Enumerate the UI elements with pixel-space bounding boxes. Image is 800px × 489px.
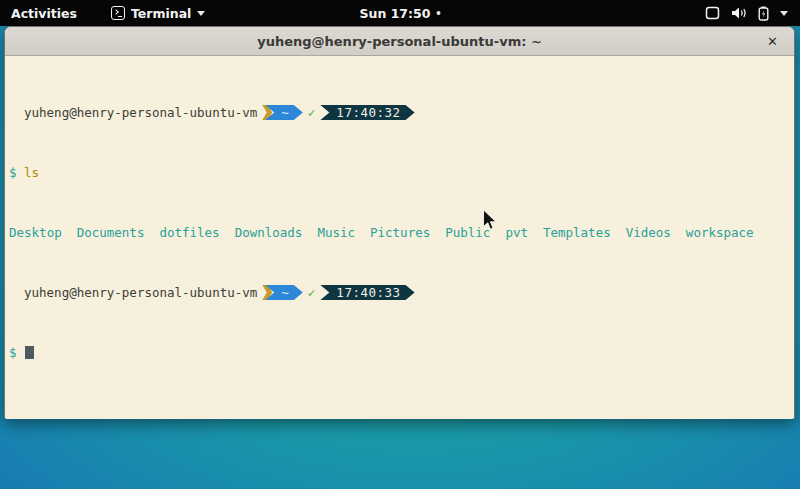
terminal-cursor: [25, 346, 34, 359]
command-line: $ ls: [9, 165, 794, 180]
volume-icon: [731, 6, 747, 20]
status-check-icon: ✓: [308, 105, 316, 120]
prompt-line: yuheng@henry-personal-ubuntu-vm ~ ✓ 17:4…: [9, 285, 794, 300]
battery-charging-icon: [758, 6, 769, 21]
current-input-line: $: [9, 345, 794, 360]
close-icon[interactable]: ✕: [763, 27, 782, 55]
chevron-down-icon: [780, 11, 788, 16]
directory-name: Downloads: [235, 225, 303, 240]
terminal-window: yuheng@henry-personal-ubuntu-vm: ~ ✕ yuh…: [4, 26, 795, 419]
activities-button[interactable]: Activities: [0, 0, 87, 26]
directory-name: Videos: [626, 225, 671, 240]
clock-button[interactable]: Sun 17:50: [360, 0, 441, 26]
system-status-menu[interactable]: [699, 0, 794, 26]
terminal-app-icon: [111, 6, 125, 20]
directory-name: pvt: [505, 225, 528, 240]
top-bar: Activities Terminal Sun 17:50: [0, 0, 800, 26]
directory-name: Music: [317, 225, 355, 240]
app-menu-terminal[interactable]: Terminal: [101, 0, 215, 26]
prompt-user-host: yuheng@henry-personal-ubuntu-vm: [24, 285, 257, 300]
prompt-line: yuheng@henry-personal-ubuntu-vm ~ ✓ 17:4…: [9, 105, 794, 120]
window-titlebar[interactable]: yuheng@henry-personal-ubuntu-vm: ~ ✕: [5, 27, 794, 56]
clock-label: Sun 17:50: [360, 6, 431, 21]
directory-name: workspace: [686, 225, 754, 240]
window-title: yuheng@henry-personal-ubuntu-vm: ~: [257, 34, 542, 49]
directory-name: dotfiles: [159, 225, 219, 240]
activities-label: Activities: [11, 6, 77, 21]
prompt-symbol: $: [9, 165, 17, 180]
app-menu-label: Terminal: [131, 6, 191, 21]
directory-name: Desktop: [9, 225, 62, 240]
directory-name: Templates: [543, 225, 611, 240]
powerline-time-segment: 17:40:33: [320, 285, 414, 300]
terminal-content[interactable]: yuheng@henry-personal-ubuntu-vm ~ ✓ 17:4…: [5, 56, 794, 419]
typed-command: ls: [24, 165, 39, 180]
ls-output-line: DesktopDocumentsdotfilesDownloadsMusicPi…: [9, 225, 794, 240]
status-check-icon: ✓: [308, 285, 316, 300]
chevron-down-icon: [197, 11, 205, 16]
prompt-symbol: $: [9, 345, 17, 360]
directory-name: Documents: [77, 225, 145, 240]
display-icon: [705, 6, 720, 20]
directory-name: Pictures: [370, 225, 430, 240]
directory-name: Public: [445, 225, 490, 240]
powerline-time-segment: 17:40:32: [320, 105, 414, 120]
prompt-user-host: yuheng@henry-personal-ubuntu-vm: [24, 105, 257, 120]
notification-dot-icon: [436, 11, 440, 15]
